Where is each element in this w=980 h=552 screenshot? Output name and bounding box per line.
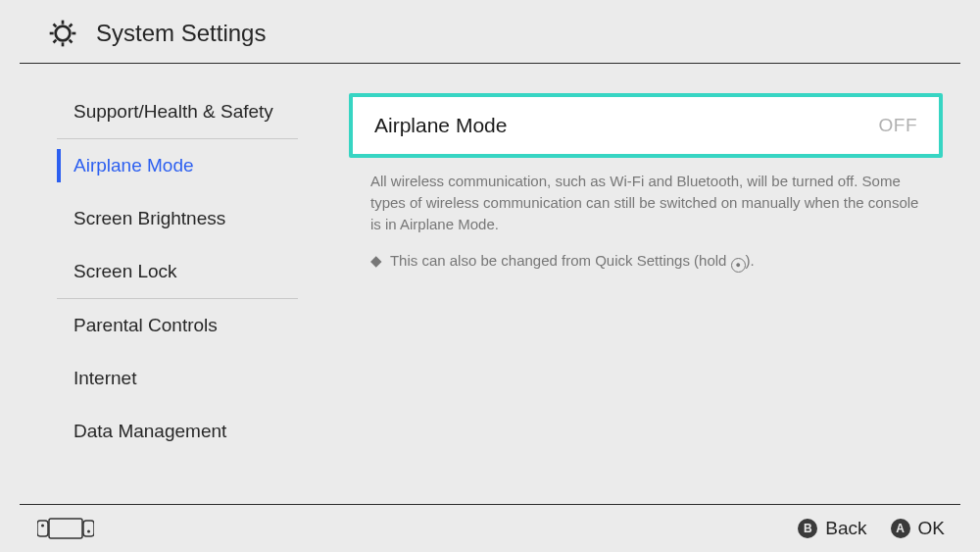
hint-text: This can also be changed from Quick Sett… xyxy=(390,252,731,269)
sidebar-item-airplane-mode[interactable]: Airplane Mode xyxy=(57,139,298,192)
sidebar-item-support-health-safety[interactable]: Support/Health & Safety xyxy=(57,85,298,138)
controller-icon xyxy=(37,518,94,539)
footer: B Back A OK xyxy=(0,505,980,552)
sidebar-item-data-management[interactable]: Data Management xyxy=(57,405,298,458)
content: Airplane Mode OFF All wireless communica… xyxy=(325,64,960,458)
svg-point-0 xyxy=(56,26,71,41)
sidebar-item-parental-controls[interactable]: Parental Controls xyxy=(57,299,298,352)
setting-airplane-mode-toggle[interactable]: Airplane Mode OFF xyxy=(349,93,943,158)
sidebar-item-label: Data Management xyxy=(74,421,226,441)
sidebar-item-label: Airplane Mode xyxy=(74,155,194,176)
sidebar-item-screen-lock[interactable]: Screen Lock xyxy=(57,245,298,298)
svg-line-7 xyxy=(54,40,57,43)
ok-label: OK xyxy=(918,518,945,539)
setting-value: OFF xyxy=(879,115,918,136)
sidebar-item-screen-brightness[interactable]: Screen Brightness xyxy=(57,192,298,245)
hold-button-icon: ● xyxy=(731,258,746,273)
setting-hint: ◆ This can also be changed from Quick Se… xyxy=(349,234,943,273)
svg-point-13 xyxy=(87,530,90,533)
sidebar-item-internet[interactable]: Internet xyxy=(57,352,298,405)
sidebar-item-label: Parental Controls xyxy=(74,315,218,335)
sidebar-item-label: Support/Health & Safety xyxy=(74,101,273,122)
svg-rect-11 xyxy=(49,519,82,538)
setting-label: Airplane Mode xyxy=(374,114,507,137)
main: Support/Health & Safety Airplane Mode Sc… xyxy=(20,64,960,458)
a-button-icon: A xyxy=(891,519,910,538)
footer-actions: B Back A OK xyxy=(798,518,945,539)
svg-rect-10 xyxy=(83,521,94,536)
setting-description: All wireless communication, such as Wi-F… xyxy=(349,158,943,234)
svg-line-8 xyxy=(70,25,73,27)
page-title: System Settings xyxy=(96,20,266,47)
sidebar-item-label: Screen Lock xyxy=(74,261,177,281)
gear-icon xyxy=(47,18,78,49)
svg-line-6 xyxy=(70,40,73,43)
sidebar-item-label: Internet xyxy=(74,368,136,388)
header: System Settings xyxy=(0,0,980,63)
svg-point-12 xyxy=(41,525,44,527)
svg-rect-9 xyxy=(37,521,48,536)
sidebar: Support/Health & Safety Airplane Mode Sc… xyxy=(20,64,325,458)
hint-suffix: ). xyxy=(746,252,755,269)
sidebar-group: Airplane Mode Screen Brightness Screen L… xyxy=(57,139,298,299)
back-button[interactable]: B Back xyxy=(798,518,866,539)
b-button-icon: B xyxy=(798,519,817,538)
diamond-icon: ◆ xyxy=(370,252,382,269)
ok-button[interactable]: A OK xyxy=(891,518,945,539)
sidebar-group: Parental Controls Internet Data Manageme… xyxy=(57,299,298,458)
sidebar-item-label: Screen Brightness xyxy=(74,208,225,228)
back-label: Back xyxy=(825,518,866,539)
svg-line-5 xyxy=(54,25,57,27)
sidebar-group: Support/Health & Safety xyxy=(57,85,298,139)
